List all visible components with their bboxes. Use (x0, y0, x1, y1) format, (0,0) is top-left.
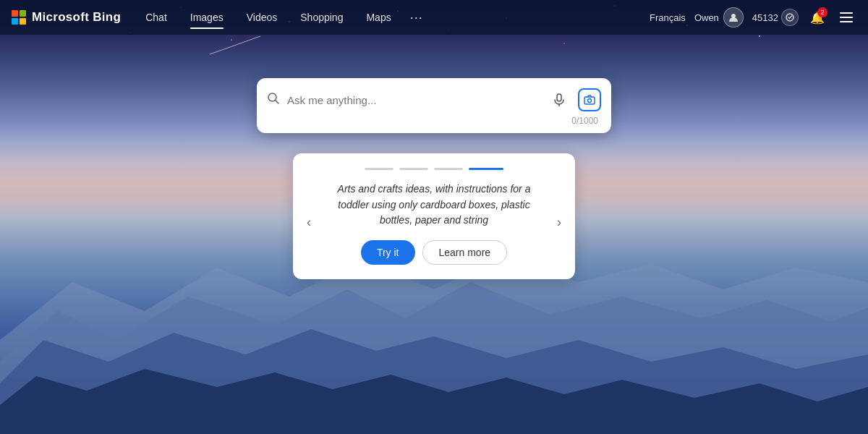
search-row (267, 88, 601, 111)
card-buttons: Try it Learn more (322, 240, 546, 265)
nav-more[interactable]: ··· (404, 6, 429, 30)
nav-shopping[interactable]: Shopping (290, 7, 353, 27)
dot-1 (365, 168, 393, 170)
logo-area[interactable]: Microsoft Bing (12, 10, 121, 25)
user-name: Owen (694, 12, 719, 23)
hamburger-line-3 (840, 21, 853, 22)
notification-bell[interactable]: 🔔 2 (807, 7, 827, 27)
dot-3 (434, 168, 463, 170)
visual-search-button[interactable] (578, 88, 601, 111)
search-box: 0/1000 (257, 78, 611, 133)
logo-red (12, 10, 18, 17)
dot-4-active (469, 168, 503, 170)
brand-name: Microsoft Bing (32, 10, 121, 25)
voice-search-button[interactable] (548, 88, 571, 111)
hamburger-line-1 (840, 12, 853, 14)
hamburger-menu[interactable] (836, 7, 856, 27)
svg-line-21 (276, 101, 279, 104)
prev-suggestion-button[interactable]: ‹ (299, 212, 319, 232)
language-selector[interactable]: Français (650, 12, 686, 23)
notification-badge: 2 (817, 7, 827, 17)
logo-blue (12, 18, 18, 25)
next-suggestion-button[interactable]: › (549, 212, 569, 232)
logo-yellow (20, 18, 26, 25)
dots-indicator (322, 168, 546, 170)
nav-chat[interactable]: Chat (135, 7, 177, 27)
learn-more-button[interactable]: Learn more (422, 240, 508, 265)
svg-rect-22 (557, 94, 561, 101)
points-value: 45132 (752, 12, 778, 23)
suggestion-text: Arts and crafts ideas, with instructions… (322, 182, 546, 229)
nav-images[interactable]: Images (180, 7, 234, 27)
logo-green (20, 10, 26, 17)
microsoft-logo (12, 10, 26, 25)
navbar: Microsoft Bing Chat Images Videos Shoppi… (0, 0, 868, 35)
try-it-button[interactable]: Try it (361, 240, 415, 265)
dot-2 (399, 168, 428, 170)
nav-links: Chat Images Videos Shopping Maps ··· (135, 6, 650, 30)
suggestion-card: ‹ Arts and crafts ideas, with instructio… (293, 153, 575, 279)
user-avatar (723, 7, 744, 27)
svg-point-25 (588, 99, 592, 103)
search-icon (267, 92, 280, 108)
navbar-right: Français Owen 45132 🔔 2 (650, 7, 856, 27)
user-menu[interactable]: Owen (694, 7, 744, 27)
nav-maps[interactable]: Maps (356, 7, 401, 27)
character-counter: 0/1000 (267, 116, 601, 126)
nav-videos[interactable]: Videos (237, 7, 288, 27)
points-icon (781, 9, 799, 26)
main-content: 0/1000 ‹ Arts and crafts ideas, with ins… (0, 35, 868, 434)
hamburger-line-2 (840, 17, 853, 18)
svg-rect-24 (584, 97, 595, 104)
points-area[interactable]: 45132 (752, 9, 799, 26)
search-input[interactable] (287, 94, 540, 106)
